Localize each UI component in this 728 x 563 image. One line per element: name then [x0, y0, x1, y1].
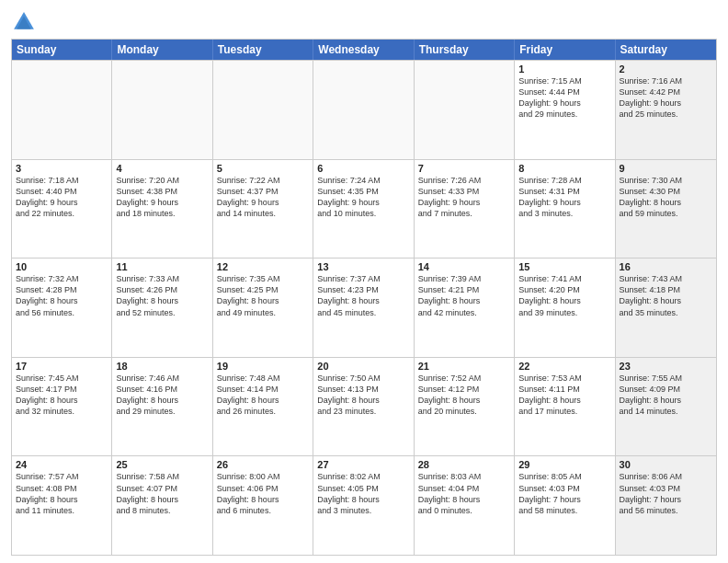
- day-number: 14: [418, 261, 510, 272]
- day-number: 10: [16, 261, 108, 272]
- calendar-row: 24Sunrise: 7:57 AM Sunset: 4:08 PM Dayli…: [12, 455, 716, 555]
- day-info: Sunrise: 7:26 AM Sunset: 4:33 PM Dayligh…: [418, 175, 510, 220]
- day-info: Sunrise: 7:41 AM Sunset: 4:20 PM Dayligh…: [518, 273, 610, 318]
- day-number: 5: [217, 163, 309, 174]
- day-number: 9: [620, 163, 712, 174]
- day-info: Sunrise: 7:53 AM Sunset: 4:11 PM Dayligh…: [518, 373, 610, 418]
- calendar-cell: 15Sunrise: 7:41 AM Sunset: 4:20 PM Dayli…: [515, 259, 615, 357]
- calendar-cell: 10Sunrise: 7:32 AM Sunset: 4:28 PM Dayli…: [12, 259, 112, 357]
- calendar-header-cell: Monday: [112, 40, 212, 60]
- day-number: 22: [518, 361, 610, 372]
- calendar-cell: 29Sunrise: 8:05 AM Sunset: 4:03 PM Dayli…: [515, 456, 615, 555]
- calendar-cell: 14Sunrise: 7:39 AM Sunset: 4:21 PM Dayli…: [415, 259, 515, 357]
- day-number: 8: [518, 163, 610, 174]
- calendar-cell: 22Sunrise: 7:53 AM Sunset: 4:11 PM Dayli…: [515, 358, 615, 456]
- calendar-cell: 25Sunrise: 7:58 AM Sunset: 4:07 PM Dayli…: [112, 456, 212, 555]
- day-number: 1: [518, 63, 610, 75]
- calendar-cell: 28Sunrise: 8:03 AM Sunset: 4:04 PM Dayli…: [415, 456, 515, 555]
- logo-icon: [11, 9, 37, 35]
- calendar-cell: [12, 61, 112, 159]
- day-info: Sunrise: 8:05 AM Sunset: 4:03 PM Dayligh…: [518, 471, 610, 516]
- day-number: 29: [518, 459, 610, 470]
- day-number: 6: [317, 163, 409, 174]
- calendar-cell: [213, 61, 313, 159]
- calendar-header-cell: Wednesday: [313, 40, 414, 60]
- day-info: Sunrise: 7:24 AM Sunset: 4:35 PM Dayligh…: [317, 175, 409, 220]
- day-number: 25: [116, 459, 208, 470]
- calendar-cell: 21Sunrise: 7:52 AM Sunset: 4:12 PM Dayli…: [415, 358, 515, 456]
- calendar-body: 1Sunrise: 7:15 AM Sunset: 4:44 PM Daylig…: [12, 60, 716, 555]
- day-number: 3: [16, 163, 108, 174]
- day-number: 21: [418, 361, 510, 372]
- calendar-cell: 30Sunrise: 8:06 AM Sunset: 4:03 PM Dayli…: [616, 456, 716, 555]
- calendar-cell: 3Sunrise: 7:18 AM Sunset: 4:40 PM Daylig…: [12, 160, 112, 259]
- calendar-header-cell: Friday: [515, 40, 615, 60]
- calendar-cell: 5Sunrise: 7:22 AM Sunset: 4:37 PM Daylig…: [213, 160, 313, 259]
- calendar-cell: 13Sunrise: 7:37 AM Sunset: 4:23 PM Dayli…: [313, 259, 414, 357]
- page: SundayMondayTuesdayWednesdayThursdayFrid…: [0, 0, 728, 563]
- day-info: Sunrise: 7:43 AM Sunset: 4:18 PM Dayligh…: [620, 273, 712, 318]
- calendar-row: 17Sunrise: 7:45 AM Sunset: 4:17 PM Dayli…: [12, 357, 716, 456]
- calendar-header-cell: Saturday: [616, 40, 716, 60]
- day-number: 13: [317, 261, 409, 272]
- calendar-header-cell: Tuesday: [213, 40, 313, 60]
- calendar-cell: [415, 61, 515, 159]
- day-info: Sunrise: 7:33 AM Sunset: 4:26 PM Dayligh…: [116, 273, 208, 318]
- day-number: 17: [16, 361, 108, 372]
- calendar-cell: 9Sunrise: 7:30 AM Sunset: 4:30 PM Daylig…: [616, 160, 716, 259]
- calendar-row: 1Sunrise: 7:15 AM Sunset: 4:44 PM Daylig…: [12, 60, 716, 159]
- calendar-cell: 2Sunrise: 7:16 AM Sunset: 4:42 PM Daylig…: [616, 61, 716, 159]
- calendar-header-cell: Thursday: [415, 40, 515, 60]
- day-info: Sunrise: 8:03 AM Sunset: 4:04 PM Dayligh…: [418, 471, 510, 516]
- day-number: 28: [418, 459, 510, 470]
- day-info: Sunrise: 7:46 AM Sunset: 4:16 PM Dayligh…: [116, 373, 208, 418]
- calendar-cell: 8Sunrise: 7:28 AM Sunset: 4:31 PM Daylig…: [515, 160, 615, 259]
- day-info: Sunrise: 7:20 AM Sunset: 4:38 PM Dayligh…: [116, 175, 208, 220]
- calendar-cell: 1Sunrise: 7:15 AM Sunset: 4:44 PM Daylig…: [515, 61, 615, 159]
- day-info: Sunrise: 7:39 AM Sunset: 4:21 PM Dayligh…: [418, 273, 510, 318]
- calendar-cell: 26Sunrise: 8:00 AM Sunset: 4:06 PM Dayli…: [213, 456, 313, 555]
- day-info: Sunrise: 8:02 AM Sunset: 4:05 PM Dayligh…: [317, 471, 409, 516]
- day-number: 15: [518, 261, 610, 272]
- logo: [11, 9, 40, 35]
- day-number: 23: [620, 361, 712, 372]
- day-info: Sunrise: 7:18 AM Sunset: 4:40 PM Dayligh…: [16, 175, 108, 220]
- day-info: Sunrise: 7:37 AM Sunset: 4:23 PM Dayligh…: [317, 273, 409, 318]
- day-number: 26: [217, 459, 309, 470]
- calendar-cell: 6Sunrise: 7:24 AM Sunset: 4:35 PM Daylig…: [313, 160, 414, 259]
- calendar-cell: 20Sunrise: 7:50 AM Sunset: 4:13 PM Dayli…: [313, 358, 414, 456]
- day-info: Sunrise: 7:16 AM Sunset: 4:42 PM Dayligh…: [620, 75, 712, 121]
- day-number: 2: [620, 63, 712, 75]
- day-number: 19: [217, 361, 309, 372]
- calendar-cell: 23Sunrise: 7:55 AM Sunset: 4:09 PM Dayli…: [616, 358, 716, 456]
- day-info: Sunrise: 7:22 AM Sunset: 4:37 PM Dayligh…: [217, 175, 309, 220]
- calendar-cell: 27Sunrise: 8:02 AM Sunset: 4:05 PM Dayli…: [313, 456, 414, 555]
- calendar-cell: 7Sunrise: 7:26 AM Sunset: 4:33 PM Daylig…: [415, 160, 515, 259]
- day-info: Sunrise: 7:45 AM Sunset: 4:17 PM Dayligh…: [16, 373, 108, 418]
- calendar-header-cell: Sunday: [12, 40, 112, 60]
- calendar-cell: 24Sunrise: 7:57 AM Sunset: 4:08 PM Dayli…: [12, 456, 112, 555]
- day-info: Sunrise: 7:15 AM Sunset: 4:44 PM Dayligh…: [518, 75, 610, 121]
- calendar-header-row: SundayMondayTuesdayWednesdayThursdayFrid…: [12, 40, 716, 60]
- day-number: 16: [620, 261, 712, 272]
- day-number: 4: [116, 163, 208, 174]
- day-info: Sunrise: 7:57 AM Sunset: 4:08 PM Dayligh…: [16, 471, 108, 516]
- day-number: 20: [317, 361, 409, 372]
- calendar-cell: [313, 61, 414, 159]
- calendar-cell: [112, 61, 212, 159]
- day-info: Sunrise: 7:50 AM Sunset: 4:13 PM Dayligh…: [317, 373, 409, 418]
- calendar-cell: 12Sunrise: 7:35 AM Sunset: 4:25 PM Dayli…: [213, 259, 313, 357]
- header: [11, 9, 717, 35]
- day-number: 12: [217, 261, 309, 272]
- day-info: Sunrise: 7:48 AM Sunset: 4:14 PM Dayligh…: [217, 373, 309, 418]
- day-info: Sunrise: 7:32 AM Sunset: 4:28 PM Dayligh…: [16, 273, 108, 318]
- day-number: 24: [16, 459, 108, 470]
- calendar: SundayMondayTuesdayWednesdayThursdayFrid…: [11, 39, 717, 556]
- day-number: 30: [620, 459, 712, 470]
- day-number: 18: [116, 361, 208, 372]
- calendar-cell: 11Sunrise: 7:33 AM Sunset: 4:26 PM Dayli…: [112, 259, 212, 357]
- calendar-cell: 16Sunrise: 7:43 AM Sunset: 4:18 PM Dayli…: [616, 259, 716, 357]
- day-info: Sunrise: 7:35 AM Sunset: 4:25 PM Dayligh…: [217, 273, 309, 318]
- day-number: 11: [116, 261, 208, 272]
- day-info: Sunrise: 7:30 AM Sunset: 4:30 PM Dayligh…: [620, 175, 712, 220]
